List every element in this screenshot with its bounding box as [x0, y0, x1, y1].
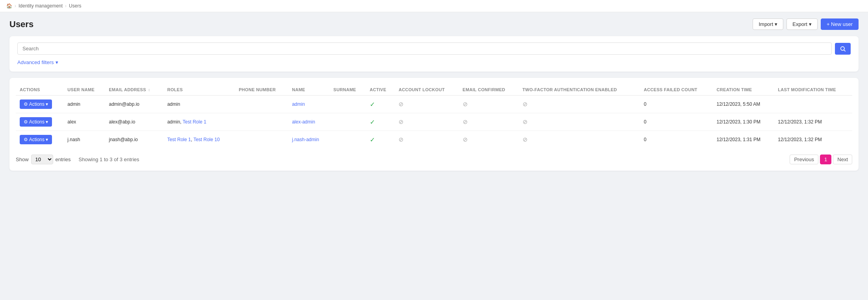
- search-input[interactable]: [17, 42, 832, 55]
- svg-line-1: [844, 50, 846, 52]
- show-entries: Show 102550100 entries: [16, 155, 71, 164]
- surname-cell: [330, 113, 366, 131]
- phone-cell: [235, 96, 288, 113]
- import-button[interactable]: Import ▾: [753, 18, 783, 30]
- header-actions: Import ▾ Export ▾ + New user: [753, 18, 859, 30]
- col-access-failed-count: ACCESS FAILED COUNT: [640, 84, 713, 96]
- account-lockout-cell: ⊘: [395, 113, 458, 131]
- import-chevron-icon: ▾: [775, 21, 777, 27]
- search-row: [17, 42, 851, 55]
- pagination: Previous 1 Next: [790, 155, 852, 164]
- col-creation-time: CREATION TIME: [713, 84, 774, 96]
- name-cell: j.nash-admin: [288, 131, 329, 149]
- email-cell: alex@abp.io: [105, 113, 163, 131]
- email-confirmed-cell: ⊘: [459, 113, 519, 131]
- creation-time-cell: 12/12/2023, 1:30 PM: [713, 113, 774, 131]
- col-surname: SURNAME: [330, 84, 366, 96]
- name-link[interactable]: admin: [292, 101, 305, 107]
- creation-time-cell: 12/12/2023, 1:31 PM: [713, 131, 774, 149]
- last-modification-time-cell: 12/12/2023, 1:32 PM: [774, 131, 852, 149]
- export-label: Export: [792, 21, 807, 27]
- svg-point-0: [841, 46, 844, 50]
- import-label: Import: [759, 21, 773, 27]
- role-link[interactable]: Test Role 10: [193, 137, 220, 142]
- page-1-button[interactable]: 1: [820, 155, 831, 164]
- check-icon: ✓: [370, 136, 375, 143]
- user-name-cell: alex: [63, 113, 105, 131]
- check-icon: ✓: [370, 101, 375, 108]
- phone-cell: [235, 113, 288, 131]
- access-failed-count-cell: 0: [640, 131, 713, 149]
- phone-cell: [235, 131, 288, 149]
- ban-icon: ⊘: [523, 136, 528, 143]
- surname-cell: [330, 96, 366, 113]
- new-user-button[interactable]: + New user: [821, 18, 859, 30]
- col-active: ACTIVE: [366, 84, 395, 96]
- email-cell: jnash@abp.io: [105, 131, 163, 149]
- col-last-modification-time: LAST MODIFICATION TIME: [774, 84, 852, 96]
- name-cell: alex-admin: [288, 113, 329, 131]
- table-row: ⚙ Actions ▾j.nashjnash@abp.ioTest Role 1…: [16, 131, 852, 149]
- account-lockout-cell: ⊘: [395, 96, 458, 113]
- table-row: ⚙ Actions ▾adminadmin@abp.ioadminadmin✓⊘…: [16, 96, 852, 113]
- col-email-address[interactable]: EMAIL ADDRESS ↕: [105, 84, 163, 96]
- previous-page-button[interactable]: Previous: [790, 155, 818, 164]
- col-actions: ACTIONS: [16, 84, 63, 96]
- user-name-cell: j.nash: [63, 131, 105, 149]
- two-factor-cell: ⊘: [519, 113, 640, 131]
- email-confirmed-cell: ⊘: [459, 131, 519, 149]
- per-page-select[interactable]: 102550100: [31, 155, 53, 164]
- ban-icon: ⊘: [463, 101, 468, 107]
- role-link[interactable]: Test Role 1: [167, 137, 191, 142]
- active-cell: ✓: [366, 131, 395, 149]
- breadcrumb-identity[interactable]: Identity management: [19, 3, 63, 9]
- check-icon: ✓: [370, 119, 375, 125]
- actions-button[interactable]: ⚙ Actions ▾: [20, 99, 52, 109]
- advanced-filters-label: Advanced filters: [17, 59, 54, 65]
- two-factor-cell: ⊘: [519, 131, 640, 149]
- name-link[interactable]: alex-admin: [292, 119, 315, 125]
- ban-icon: ⊘: [399, 136, 404, 143]
- two-factor-cell: ⊘: [519, 96, 640, 113]
- roles-cell: Test Role 1, Test Role 10: [163, 131, 235, 149]
- access-failed-count-cell: 0: [640, 96, 713, 113]
- col-name: NAME: [288, 84, 329, 96]
- next-page-button[interactable]: Next: [833, 155, 852, 164]
- last-modification-time-cell: [774, 96, 852, 113]
- actions-button[interactable]: ⚙ Actions ▾: [20, 117, 52, 127]
- advanced-filters-chevron-icon: ▾: [56, 59, 58, 65]
- breadcrumb-home-icon: 🏠: [6, 3, 12, 9]
- col-email-confirmed: EMAIL CONFIRMED: [459, 84, 519, 96]
- creation-time-cell: 12/12/2023, 5:50 AM: [713, 96, 774, 113]
- ban-icon: ⊘: [399, 101, 404, 107]
- table-card: ACTIONS USER NAME EMAIL ADDRESS ↕ ROLES …: [9, 78, 859, 171]
- export-button[interactable]: Export ▾: [786, 18, 818, 30]
- advanced-filters-toggle[interactable]: Advanced filters ▾: [17, 59, 58, 65]
- sort-icon: ↕: [148, 88, 150, 92]
- col-phone-number: PHONE NUMBER: [235, 84, 288, 96]
- col-roles: ROLES: [163, 84, 235, 96]
- pagination-row: Show 102550100 entries Showing 1 to 3 of…: [16, 155, 852, 164]
- breadcrumb-users[interactable]: Users: [69, 3, 81, 9]
- search-card: Advanced filters ▾: [9, 36, 859, 72]
- ban-icon: ⊘: [523, 101, 528, 107]
- role-link[interactable]: Test Role 1: [183, 119, 206, 125]
- page-title: Users: [9, 19, 33, 29]
- entries-label: entries: [56, 156, 71, 162]
- account-lockout-cell: ⊘: [395, 131, 458, 149]
- active-cell: ✓: [366, 113, 395, 131]
- active-cell: ✓: [366, 96, 395, 113]
- col-user-name: USER NAME: [63, 84, 105, 96]
- users-table: ACTIONS USER NAME EMAIL ADDRESS ↕ ROLES …: [16, 84, 852, 148]
- export-chevron-icon: ▾: [809, 21, 812, 27]
- col-two-factor: TWO-FACTOR AUTHENTICATION ENABLED: [519, 84, 640, 96]
- email-confirmed-cell: ⊘: [459, 96, 519, 113]
- ban-icon: ⊘: [463, 118, 468, 125]
- actions-button[interactable]: ⚙ Actions ▾: [20, 135, 52, 144]
- table-row: ⚙ Actions ▾alexalex@abp.ioadmin, Test Ro…: [16, 113, 852, 131]
- ban-icon: ⊘: [523, 118, 528, 125]
- name-cell: admin: [288, 96, 329, 113]
- breadcrumb: 🏠 › Identity management › Users: [0, 0, 868, 12]
- name-link[interactable]: j.nash-admin: [292, 137, 319, 142]
- search-button[interactable]: [835, 43, 851, 55]
